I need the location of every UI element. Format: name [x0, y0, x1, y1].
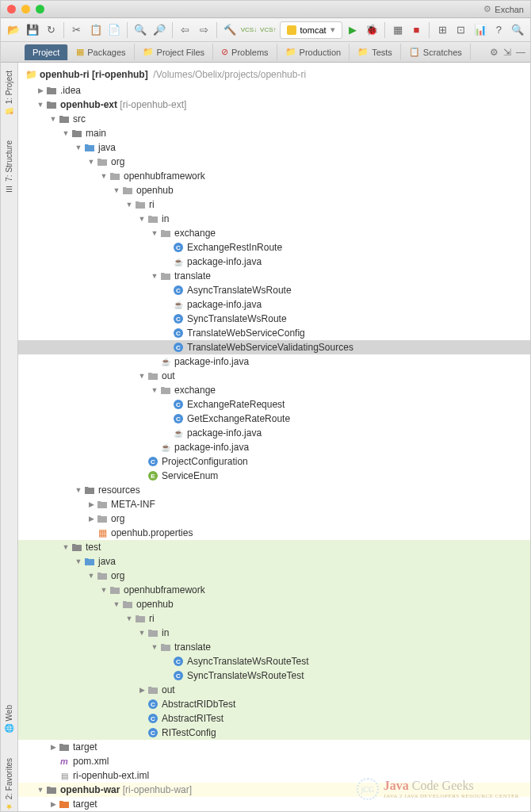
expand-arrow-icon[interactable]: ▼ [48, 115, 58, 123]
tree-row[interactable]: C SyncTranslateWsRouteTest [18, 668, 530, 683]
expand-arrow-icon[interactable]: ▼ [150, 272, 159, 280]
tree-row[interactable]: ▼ openhubframework [18, 169, 530, 183]
help-icon[interactable]: ? [491, 21, 506, 39]
tab-packages[interactable]: ▦Packages [68, 44, 134, 60]
tree-row[interactable]: ▼ openhub [18, 597, 530, 611]
tree-row[interactable]: ▼ org [18, 569, 530, 583]
tree-row[interactable]: ▼ exchange [18, 226, 530, 240]
expand-arrow-icon[interactable]: ▼ [112, 600, 121, 608]
tree-row[interactable]: ▼ main [18, 126, 530, 140]
expand-arrow-icon[interactable]: ▼ [150, 643, 159, 651]
tree-row[interactable]: ☕ package-info.java [18, 440, 530, 454]
run-icon[interactable]: ▶ [346, 21, 361, 39]
minimize-window-button[interactable] [21, 5, 30, 13]
tree-row[interactable]: ▶ META-INF [18, 497, 530, 511]
tree-row[interactable]: ▼ src [18, 112, 530, 126]
refresh-icon[interactable]: ↻ [43, 21, 59, 39]
expand-arrow-icon[interactable]: ▼ [124, 201, 134, 209]
tab-problems[interactable]: ⊘Problems [213, 44, 277, 60]
tree-row[interactable]: ▼ org [18, 155, 530, 169]
hide-icon[interactable]: — [516, 47, 525, 58]
search-everywhere-icon[interactable]: 🔍 [510, 21, 525, 39]
tree-row[interactable]: C AsyncTranslateWsRouteTest [18, 654, 530, 668]
tree-row[interactable]: ▼ translate [18, 269, 530, 283]
zoom-out-icon[interactable]: 🔎 [151, 21, 167, 39]
coverage-icon[interactable]: ▦ [390, 21, 406, 39]
expand-arrow-icon[interactable]: ▼ [36, 786, 45, 794]
tree-row[interactable]: ▼ ri [18, 197, 530, 212]
expand-arrow-icon[interactable]: ▼ [137, 372, 147, 380]
back-icon[interactable]: ⇦ [178, 21, 193, 39]
stop-icon[interactable]: ■ [409, 21, 425, 39]
structure-icon[interactable]: 📊 [472, 21, 488, 39]
gear-icon[interactable]: ⚙ [490, 47, 499, 58]
tree-row[interactable]: C ExchangeRateRequest [18, 397, 530, 412]
tree-row[interactable]: C AsyncTranslateWsRoute [18, 283, 530, 297]
expand-arrow-icon[interactable]: ▼ [112, 186, 121, 194]
tree-row[interactable]: ▼ resources [18, 483, 530, 497]
expand-arrow-icon[interactable]: ▼ [61, 129, 71, 137]
tree-row[interactable]: ▶ out [18, 683, 530, 697]
tree-row[interactable]: C RITestConfig [18, 726, 530, 740]
expand-arrow-icon[interactable]: ▼ [150, 229, 159, 237]
expand-arrow-icon[interactable]: ▶ [86, 515, 96, 523]
tree-row[interactable]: E ServiceEnum [18, 469, 530, 483]
sidebar-web[interactable]: 🌐Web [5, 705, 13, 733]
open-file-icon[interactable]: 📂 [6, 21, 21, 39]
tree-row[interactable]: ▼ java [18, 554, 530, 569]
save-icon[interactable]: 💾 [25, 21, 40, 39]
tree-row[interactable]: ▼ openhubframework [18, 583, 530, 597]
copy-icon[interactable]: 📋 [88, 21, 104, 39]
run-config-selector[interactable]: tomcat ▾ [280, 21, 342, 39]
expand-arrow-icon[interactable]: ▼ [36, 101, 45, 109]
vcs-commit-icon[interactable]: VCS↑ [260, 21, 276, 39]
tree-row[interactable]: ☕ package-info.java [18, 426, 530, 440]
paste-icon[interactable]: 📄 [107, 21, 123, 39]
expand-arrow-icon[interactable]: ▶ [48, 800, 58, 808]
expand-arrow-icon[interactable]: ▼ [124, 615, 134, 622]
sidebar-structure[interactable]: ☰7: Structure [5, 140, 13, 193]
tree-row[interactable]: ▶ org [18, 511, 530, 526]
tree-row[interactable]: ▼ openhub-ext [ri-openhub-ext] [18, 98, 530, 112]
expand-arrow-icon[interactable]: ▼ [86, 158, 96, 166]
expand-arrow-icon[interactable]: ▼ [99, 172, 109, 180]
debug-icon[interactable]: 🐞 [364, 21, 380, 39]
expand-arrow-icon[interactable]: ▼ [74, 557, 83, 565]
tree-row[interactable]: ▼ out [18, 369, 530, 383]
layout-icon[interactable]: ⊞ [434, 21, 450, 39]
tree-row[interactable]: ▼ openhub [18, 183, 530, 197]
zoom-in-icon[interactable]: 🔍 [132, 21, 148, 39]
expand-arrow-icon[interactable]: ▼ [61, 543, 71, 551]
tree-row[interactable]: C AbstractRITest [18, 711, 530, 726]
tree-row[interactable]: ▼ ri [18, 611, 530, 626]
expand-arrow-icon[interactable]: ▼ [74, 486, 83, 494]
expand-arrow-icon[interactable]: ▼ [86, 572, 96, 580]
tree-row[interactable]: C TranslateWebServiceValidatingSources [18, 340, 530, 354]
expand-arrow-icon[interactable]: ▶ [137, 686, 147, 694]
tree-row[interactable]: ▼ in [18, 212, 530, 226]
tree-row[interactable]: m pom.xml [18, 754, 530, 768]
tree-row[interactable]: ☕ package-info.java [18, 297, 530, 312]
expand-arrow-icon[interactable]: ▼ [74, 144, 83, 151]
tree-row[interactable]: C SyncTranslateWsRoute [18, 312, 530, 326]
tab-project[interactable]: Project [25, 44, 68, 60]
tree-row[interactable]: ▶ target [18, 740, 530, 754]
tree-row[interactable]: C ProjectConfiguration [18, 454, 530, 469]
expand-arrow-icon[interactable]: ▶ [36, 86, 45, 94]
vcs-update-icon[interactable]: VCS↓ [241, 21, 257, 39]
tree-row[interactable]: ▼ translate [18, 640, 530, 654]
expand-arrow-icon[interactable]: ▼ [150, 386, 159, 394]
expand-arrow-icon[interactable]: ▶ [86, 500, 96, 508]
cut-icon[interactable]: ✂ [69, 21, 85, 39]
close-window-button[interactable] [7, 5, 16, 13]
build-icon[interactable]: 🔨 [222, 21, 238, 39]
tree-row[interactable]: ☕ package-info.java [18, 255, 530, 269]
tree-row[interactable]: ▼ test [18, 540, 530, 554]
tree-row[interactable]: C AbstractRIDbTest [18, 697, 530, 711]
expand-arrow-icon[interactable]: ▶ [48, 743, 58, 751]
tab-project-files[interactable]: 📁Project Files [135, 44, 214, 60]
tree-row[interactable]: ▦ openhub.properties [18, 526, 530, 540]
project-tree[interactable]: 📁openhub-ri [ri-openhub] /Volumes/Obelix… [18, 63, 530, 811]
tree-row[interactable]: C ExchangeRestInRoute [18, 240, 530, 255]
expand-arrow-icon[interactable]: ▼ [99, 586, 109, 594]
